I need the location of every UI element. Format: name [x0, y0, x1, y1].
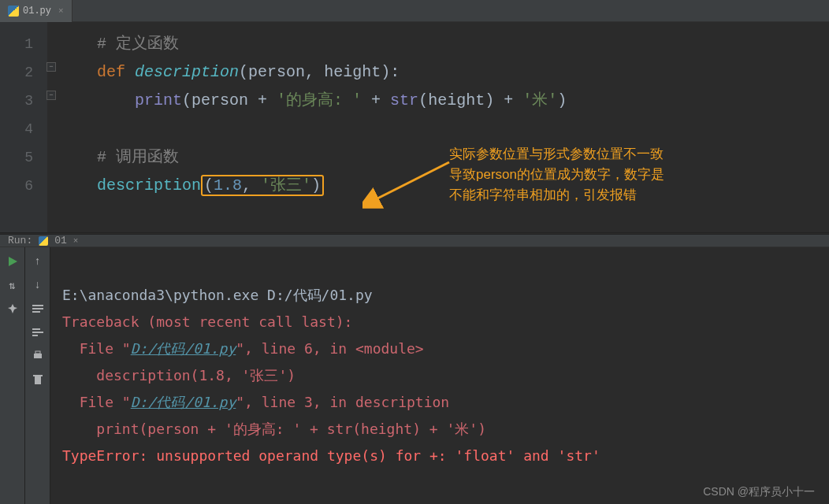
- annotation-line: 导致person的位置成为数字，数字是: [449, 165, 664, 185]
- trash-icon[interactable]: [30, 372, 46, 387]
- svg-rect-8: [32, 335, 38, 336]
- console-output[interactable]: E:\anaconda3\python.exe D:/代码/01.py Trac…: [50, 247, 829, 504]
- annotation-line: 不能和字符串相加的，引发报错: [449, 185, 664, 206]
- run-toolbar-left: ⇅: [0, 247, 25, 504]
- svg-rect-10: [35, 351, 40, 354]
- comment: # 调用函数: [97, 148, 179, 166]
- print-icon[interactable]: [30, 348, 46, 364]
- svg-rect-7: [32, 332, 43, 333]
- file-tab[interactable]: 01.py ×: [0, 0, 72, 22]
- python-file-icon: [8, 6, 19, 17]
- fold-marker-icon[interactable]: −: [46, 62, 56, 72]
- code-area: 1 2 3 4 5 6 − − # 定义函数 def description(p…: [0, 22, 829, 232]
- file-tab-label: 01.py: [23, 6, 51, 17]
- python-file-icon: [39, 236, 48, 246]
- highlighted-args: (1.8, '张三'): [201, 175, 324, 196]
- close-icon[interactable]: ×: [58, 6, 64, 16]
- run-toolbar-right: ↑ ↓: [25, 247, 50, 504]
- svg-line-1: [374, 162, 449, 200]
- watermark: CSDN @程序员小十一: [703, 485, 815, 499]
- file-link[interactable]: D:/代码/01.py: [131, 340, 236, 357]
- code-line: def description(person, height):: [47, 58, 829, 87]
- svg-rect-5: [32, 311, 40, 313]
- svg-rect-6: [32, 328, 40, 330]
- line-number: 6: [0, 172, 47, 200]
- svg-rect-4: [32, 308, 43, 309]
- console-command: E:\anaconda3\python.exe D:/代码/01.py: [62, 287, 373, 303]
- fold-marker-icon[interactable]: −: [46, 91, 56, 100]
- line-number: 3: [0, 87, 47, 115]
- error-message: TypeError: unsupported operand type(s) f…: [62, 447, 600, 464]
- code-content[interactable]: − − # 定义函数 def description(person, heigh…: [47, 22, 829, 232]
- line-number: 2: [0, 58, 47, 87]
- pin-icon[interactable]: [5, 301, 20, 317]
- svg-rect-11: [35, 376, 41, 384]
- play-icon[interactable]: [5, 254, 20, 269]
- run-body: ⇅ ↑ ↓ E:\anaconda3\python.exe D:/代码/01.p…: [0, 247, 829, 504]
- svg-rect-12: [33, 375, 43, 376]
- run-tab-label[interactable]: 01: [54, 235, 67, 246]
- traceback-code: description(1.8, '张三'): [62, 367, 296, 384]
- code-line: # 定义函数: [47, 30, 829, 58]
- scroll-icon[interactable]: [30, 324, 46, 340]
- annotation-arrow: [362, 146, 457, 217]
- close-icon[interactable]: ×: [73, 236, 79, 246]
- traceback-file: File "D:/代码/01.py", line 3, in descripti…: [62, 394, 449, 410]
- editor-tab-bar: 01.py ×: [0, 0, 829, 22]
- code-line: print(person + '的身高: ' + str(height) + '…: [47, 87, 829, 115]
- file-link[interactable]: D:/代码/01.py: [131, 394, 236, 410]
- line-gutter: 1 2 3 4 5 6: [0, 22, 47, 232]
- annotation-text: 实际参数位置与形式参数位置不一致 导致person的位置成为数字，数字是 不能和…: [449, 144, 664, 206]
- editor-section: 01.py × 1 2 3 4 5 6 − − # 定义函数 def descr…: [0, 0, 829, 232]
- line-number: 5: [0, 143, 47, 172]
- run-header: Run: 01 ×: [0, 235, 829, 247]
- run-label: Run:: [8, 235, 32, 246]
- code-line: [47, 115, 829, 143]
- wrap-icon[interactable]: [30, 301, 46, 317]
- comment: # 定义函数: [97, 35, 179, 53]
- line-number: 4: [0, 115, 47, 143]
- traceback-header: Traceback (most recent call last):: [62, 313, 352, 330]
- down-arrow-icon[interactable]: ↓: [30, 277, 46, 293]
- line-number: 1: [0, 30, 47, 58]
- debug-icon[interactable]: ⇅: [5, 277, 20, 293]
- up-arrow-icon[interactable]: ↑: [30, 254, 46, 269]
- traceback-code: print(person + '的身高: ' + str(height) + '…: [62, 421, 486, 437]
- run-panel: Run: 01 × ⇅ ↑ ↓: [0, 235, 829, 502]
- svg-rect-9: [34, 354, 42, 358]
- annotation-line: 实际参数位置与形式参数位置不一致: [449, 144, 664, 165]
- svg-marker-2: [9, 257, 17, 266]
- traceback-file: File "D:/代码/01.py", line 6, in <module>: [62, 340, 424, 357]
- svg-rect-3: [32, 305, 43, 306]
